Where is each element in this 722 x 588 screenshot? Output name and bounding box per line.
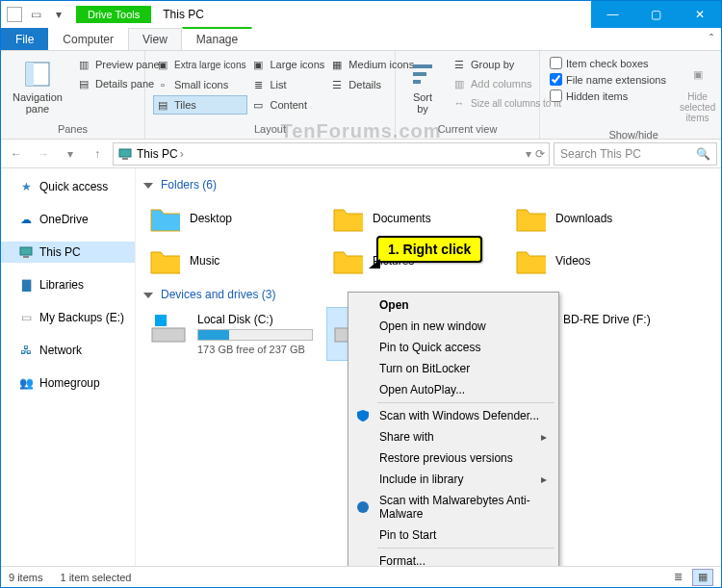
sidebar-item-homegroup[interactable]: 👥Homegroup — [1, 372, 135, 394]
layout-content[interactable]: ▭Content — [248, 95, 326, 115]
navigation-pane[interactable]: ★Quick access ☁OneDrive This PC ▇Librari… — [1, 168, 136, 566]
status-selected-count: 1 item selected — [60, 572, 131, 583]
context-menu-item[interactable]: Include in library▸ — [350, 469, 556, 490]
sidebar-item-libraries[interactable]: ▇Libraries — [1, 274, 135, 295]
address-bar-row: ← → ▾ ↑ This PC › ▾ ⟳ Search This PC 🔍 — [1, 140, 721, 168]
sidebar-item-this-pc[interactable]: This PC — [1, 242, 135, 263]
folder-label: Documents — [373, 212, 431, 225]
drive-icon — [149, 313, 188, 345]
drive-free-label: 173 GB free of 237 GB — [197, 344, 321, 355]
usage-bar — [197, 329, 313, 341]
tiles-view-button[interactable]: ▦ — [692, 569, 713, 586]
search-icon: 🔍 — [696, 147, 710, 161]
ribbon-collapse-button[interactable]: ˆ — [702, 29, 721, 50]
context-menu-label: Include in library — [379, 473, 463, 486]
minimize-button[interactable]: — — [591, 1, 634, 28]
layout-tiles[interactable]: ▤Tiles — [153, 95, 247, 115]
tab-computer[interactable]: Computer — [48, 28, 128, 50]
context-menu-label: Share with — [379, 430, 434, 444]
context-menu[interactable]: OpenOpen in new windowPin to Quick acces… — [348, 292, 559, 566]
details-icon: ☰ — [329, 77, 345, 92]
layout-extra-large[interactable]: ▣Extra large icons — [153, 55, 247, 74]
recent-locations-button[interactable]: ▾ — [59, 142, 82, 166]
folder-icon — [515, 245, 546, 276]
navigation-pane-button[interactable]: Navigation pane — [9, 55, 66, 118]
forward-button[interactable]: → — [32, 142, 55, 166]
context-menu-item[interactable]: Share with▸ — [350, 426, 556, 447]
hidden-items-toggle[interactable]: Hidden items — [548, 88, 668, 104]
context-menu-label: Pin to Quick access — [379, 341, 480, 354]
context-menu-item[interactable]: Turn on BitLocker — [350, 358, 556, 379]
drive-item[interactable]: Local Disk (C:)173 GB free of 237 GB — [143, 307, 326, 361]
content-pane[interactable]: Folders (6) DesktopDocumentsDownloadsMus… — [136, 168, 721, 566]
context-menu-item[interactable]: Scan with Malwarebytes Anti-Malware — [350, 490, 556, 524]
context-menu-label: Restore previous versions — [379, 451, 513, 465]
svg-rect-8 — [23, 256, 29, 258]
sidebar-item-quick-access[interactable]: ★Quick access — [1, 176, 135, 197]
context-menu-item[interactable]: Pin to Quick access — [350, 337, 556, 358]
panes-group-label: Panes — [9, 121, 137, 135]
context-menu-item[interactable]: Format... — [350, 550, 556, 566]
list-icon: ≣ — [250, 77, 266, 92]
context-menu-item[interactable]: Scan with Windows Defender... — [350, 405, 556, 426]
folders-header[interactable]: Folders (6) — [143, 172, 713, 197]
context-menu-label: Open — [379, 298, 409, 312]
item-check-boxes-checkbox[interactable] — [550, 57, 562, 69]
context-menu-item[interactable]: Open AutoPlay... — [350, 379, 556, 400]
sort-by-button[interactable]: Sort by — [403, 55, 442, 118]
address-bar[interactable]: This PC › ▾ ⟳ — [113, 142, 550, 166]
network-icon: 🖧 — [18, 343, 34, 358]
qat-new-folder[interactable]: ▾ — [49, 5, 68, 24]
cloud-icon: ☁ — [18, 212, 34, 227]
refresh-button[interactable]: ⟳ — [535, 147, 545, 161]
file-extensions-toggle[interactable]: File name extensions — [548, 71, 668, 88]
qat-properties[interactable]: ▭ — [26, 5, 45, 24]
details-view-button[interactable]: ≣ — [667, 569, 688, 586]
svg-rect-2 — [413, 64, 432, 68]
svg-rect-6 — [122, 158, 128, 160]
hide-selected-button[interactable]: ▣ Hide selected items — [676, 55, 719, 127]
libraries-icon: ▇ — [18, 277, 34, 293]
up-button[interactable]: ↑ — [86, 142, 109, 166]
address-dropdown-button[interactable]: ▾ — [526, 147, 531, 161]
tab-manage[interactable]: Manage — [182, 27, 252, 50]
folder-label: Downloads — [555, 212, 612, 225]
folder-label: Videos — [555, 254, 590, 268]
context-menu-label: Open AutoPlay... — [379, 383, 465, 396]
sidebar-item-network[interactable]: 🖧Network — [1, 340, 135, 361]
breadcrumb[interactable]: This PC › — [137, 147, 184, 161]
context-menu-item[interactable]: Open in new window — [350, 316, 556, 337]
sidebar-item-onedrive[interactable]: ☁OneDrive — [1, 209, 135, 230]
group-by-icon: ☰ — [451, 57, 467, 72]
tiles-icon: ▤ — [155, 97, 170, 113]
search-box[interactable]: Search This PC 🔍 — [554, 142, 717, 166]
folder-item[interactable]: Downloads — [509, 197, 692, 240]
item-check-boxes-toggle[interactable]: Item check boxes — [548, 55, 668, 71]
small-icon: ▫ — [155, 77, 170, 92]
tab-view[interactable]: View — [128, 28, 182, 50]
svg-rect-10 — [155, 315, 167, 326]
maximize-button[interactable]: ▢ — [634, 1, 678, 28]
folder-item[interactable]: Documents — [326, 197, 509, 240]
folder-item[interactable]: Desktop — [143, 197, 326, 240]
large-icon: ▣ — [250, 57, 266, 72]
hidden-items-checkbox[interactable] — [550, 89, 562, 102]
layout-small[interactable]: ▫Small icons — [153, 75, 247, 94]
context-menu-item[interactable]: Pin to Start — [350, 524, 556, 546]
layout-list[interactable]: ≣List — [248, 75, 326, 94]
tab-file[interactable]: File — [1, 28, 48, 50]
file-extensions-checkbox[interactable] — [550, 73, 562, 86]
current-view-group-label: Current view — [403, 121, 531, 135]
svg-rect-9 — [152, 328, 185, 342]
add-columns-icon: ▥ — [451, 76, 467, 91]
layout-large[interactable]: ▣Large icons — [248, 55, 326, 74]
context-menu-item[interactable]: Restore previous versions — [350, 447, 556, 469]
extra-large-icon: ▣ — [155, 57, 170, 72]
folder-item[interactable]: Videos — [509, 240, 692, 282]
back-button[interactable]: ← — [5, 142, 28, 166]
context-menu-item[interactable]: Open — [350, 294, 556, 316]
show-hide-group-label: Show/hide — [548, 127, 719, 141]
folder-item[interactable]: Music — [143, 240, 326, 282]
sidebar-item-my-backups[interactable]: ▭My Backups (E:) — [1, 307, 135, 328]
close-button[interactable]: ✕ — [678, 1, 721, 28]
